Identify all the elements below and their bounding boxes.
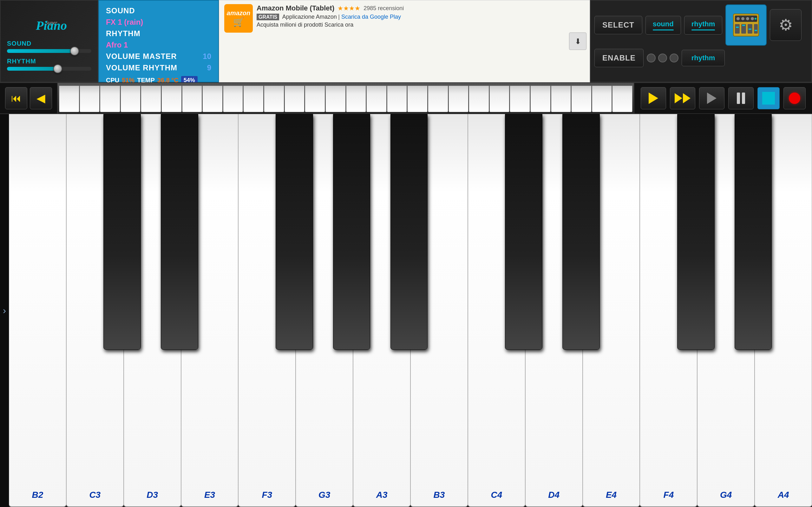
- enable-button[interactable]: ENABLE: [595, 49, 644, 67]
- white-key-label-G4: G4: [720, 490, 732, 500]
- black-key-after-6[interactable]: [391, 114, 428, 350]
- white-key-B2[interactable]: B2: [9, 114, 66, 507]
- piano-side-arrow[interactable]: ›: [0, 114, 9, 507]
- black-key-after-11[interactable]: [677, 114, 715, 350]
- mini-white-key-11[interactable]: [285, 86, 305, 112]
- mini-white-key-9[interactable]: [243, 86, 264, 112]
- amazon-gratis-badge: GRATIS: [257, 14, 279, 20]
- stop-button[interactable]: [757, 87, 780, 109]
- black-key-after-4[interactable]: [275, 114, 313, 350]
- mini-white-key-0[interactable]: [59, 86, 79, 112]
- mini-white-key-19[interactable]: [449, 86, 469, 112]
- mixer-button[interactable]: [725, 4, 767, 46]
- svg-point-4: [737, 17, 740, 20]
- mini-white-key-20[interactable]: [469, 86, 489, 112]
- rhythm-slider-fill: [7, 67, 58, 71]
- amazon-logo-text: amazon: [227, 9, 250, 17]
- enable-dot-1[interactable]: [647, 54, 656, 62]
- amazon-desc: Acquista milioni di prodotti Scarica ora: [257, 21, 353, 28]
- amazon-app-label: Applicazione Amazon: [282, 14, 337, 20]
- svg-rect-12: [742, 25, 745, 26]
- svg-rect-15: [754, 24, 758, 34]
- rhythm-top-button[interactable]: rhythm: [684, 16, 722, 35]
- mini-white-key-4[interactable]: [141, 86, 161, 112]
- mini-white-key-24[interactable]: [551, 86, 571, 112]
- white-key-label-B2: B2: [32, 490, 44, 500]
- mini-white-key-17[interactable]: [407, 86, 427, 112]
- record-button[interactable]: [783, 87, 806, 109]
- mini-white-key-8[interactable]: [223, 86, 243, 112]
- settings-button[interactable]: ⚙: [770, 9, 802, 41]
- mini-white-key-16[interactable]: [387, 86, 407, 112]
- mini-white-key-1[interactable]: [80, 86, 100, 112]
- white-key-label-C4: C4: [491, 490, 502, 500]
- play-ghost-button[interactable]: [699, 87, 724, 109]
- record-icon: [789, 93, 800, 104]
- black-key-after-12[interactable]: [734, 114, 772, 350]
- piano-section: › B2C3D3E3F3G3A3B3C4D4E4F4G4A4: [0, 114, 812, 507]
- amazon-reviews: 2985 recensioni: [363, 5, 404, 12]
- svg-rect-14: [749, 29, 751, 30]
- select-button[interactable]: SELECT: [595, 16, 642, 34]
- fast-forward-button[interactable]: [670, 87, 695, 109]
- right-controls-panel: SELECT sound rhythm: [590, 0, 812, 82]
- rhythm-info-label: RHYTHM: [106, 29, 141, 38]
- transport-bar: ⏮ ◀: [0, 82, 812, 114]
- mini-white-key-26[interactable]: [592, 86, 612, 112]
- mini-white-key-7[interactable]: [202, 86, 223, 112]
- black-key-after-1[interactable]: [103, 114, 141, 350]
- mini-white-key-14[interactable]: [346, 86, 366, 112]
- mini-white-key-27[interactable]: [612, 86, 632, 112]
- mini-white-key-15[interactable]: [366, 86, 387, 112]
- mini-white-key-21[interactable]: [490, 86, 510, 112]
- chevron-right-icon: ›: [3, 305, 6, 316]
- mini-white-key-13[interactable]: [325, 86, 346, 112]
- rhythm-slider-thumb[interactable]: [53, 64, 62, 73]
- mini-white-key-22[interactable]: [510, 86, 530, 112]
- amazon-download-button[interactable]: ⬇: [569, 33, 587, 50]
- white-key-label-E3: E3: [204, 490, 215, 500]
- enable-dot-3[interactable]: [670, 54, 678, 62]
- white-key-label-D4: D4: [548, 490, 560, 500]
- amazon-logo: amazon 🛒: [224, 4, 253, 33]
- sound-slider-track[interactable]: [7, 49, 91, 53]
- rewind-button[interactable]: ◀: [30, 87, 52, 109]
- rhythm-slider-track[interactable]: [7, 67, 91, 71]
- mini-white-key-3[interactable]: [120, 86, 141, 112]
- amazon-ad[interactable]: amazon 🛒 Amazon Mobile (Tablet) ★★★★ 298…: [219, 0, 590, 82]
- amazon-cart-icon: 🛒: [233, 17, 244, 27]
- rewind-fast-button[interactable]: ⏮: [5, 87, 27, 109]
- black-key-after-9[interactable]: [562, 114, 600, 350]
- sound-slider-thumb[interactable]: [70, 47, 79, 55]
- amazon-link[interactable]: Scarica da Google Play: [341, 14, 401, 20]
- stop-icon: [762, 92, 775, 105]
- amazon-stars: ★★★★: [338, 4, 360, 12]
- fast-forward-icon: [675, 93, 691, 103]
- black-key-after-5[interactable]: [333, 114, 370, 350]
- white-key-label-F3: F3: [262, 490, 272, 500]
- mini-white-key-6[interactable]: [182, 86, 202, 112]
- mini-white-key-25[interactable]: [571, 86, 592, 112]
- mini-white-key-23[interactable]: [530, 86, 551, 112]
- svg-rect-9: [735, 24, 740, 34]
- sound-button[interactable]: sound: [646, 16, 681, 35]
- white-key-label-D3: D3: [147, 490, 158, 500]
- svg-rect-10: [736, 26, 739, 28]
- svg-text:Piano: Piano: [36, 18, 67, 32]
- mini-white-key-10[interactable]: [264, 86, 284, 112]
- mini-piano-display: [57, 83, 635, 113]
- svg-point-6: [746, 17, 749, 20]
- white-key-label-G3: G3: [318, 490, 330, 500]
- mini-white-key-2[interactable]: [100, 86, 120, 112]
- play-button[interactable]: [641, 87, 666, 109]
- mini-white-key-18[interactable]: [428, 86, 448, 112]
- rhythm-bottom-button[interactable]: rhythm: [681, 50, 725, 66]
- black-key-after-2[interactable]: [161, 114, 198, 350]
- pause-button[interactable]: [728, 87, 754, 109]
- mini-white-key-5[interactable]: [161, 86, 182, 112]
- black-key-after-8[interactable]: [505, 114, 542, 350]
- enable-dot-2[interactable]: [658, 54, 667, 62]
- mini-white-key-12[interactable]: [305, 86, 325, 112]
- rhythm-slider-row: RHYTHM: [7, 58, 91, 71]
- logo-area: Super Piano: [7, 7, 91, 34]
